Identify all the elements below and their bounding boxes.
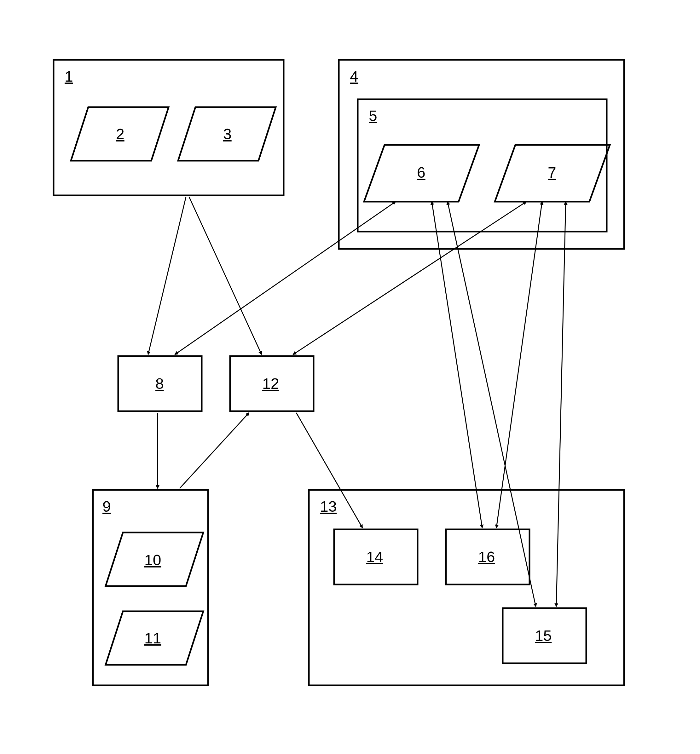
label-10: 10 <box>144 551 161 569</box>
edge-7-15 <box>556 201 566 607</box>
label-8: 8 <box>155 375 164 392</box>
container-13 <box>309 490 624 685</box>
label-14: 14 <box>366 548 383 565</box>
label-11: 11 <box>144 629 161 647</box>
edge-6-15 <box>448 201 536 607</box>
edge-7-12 <box>293 201 527 354</box>
label-15: 15 <box>535 627 552 644</box>
edge-1-8 <box>148 197 186 354</box>
label-9: 9 <box>102 498 111 515</box>
label-3: 3 <box>223 125 232 143</box>
container-9 <box>93 490 208 685</box>
label-7: 7 <box>548 164 556 181</box>
container-5 <box>358 99 607 232</box>
label-13: 13 <box>320 498 337 515</box>
container-1 <box>53 60 284 195</box>
label-5: 5 <box>369 107 377 125</box>
label-2: 2 <box>116 125 125 143</box>
label-1: 1 <box>65 68 73 85</box>
label-12: 12 <box>262 375 279 392</box>
label-6: 6 <box>417 164 425 181</box>
edge-7-16 <box>496 201 542 528</box>
edge-1-12 <box>189 197 262 354</box>
edge-6-16 <box>432 201 482 528</box>
edge-9-12 <box>180 413 249 489</box>
diagram-canvas <box>0 0 700 754</box>
label-16: 16 <box>478 548 495 565</box>
edge-6-8 <box>175 201 395 354</box>
label-4: 4 <box>350 68 358 85</box>
